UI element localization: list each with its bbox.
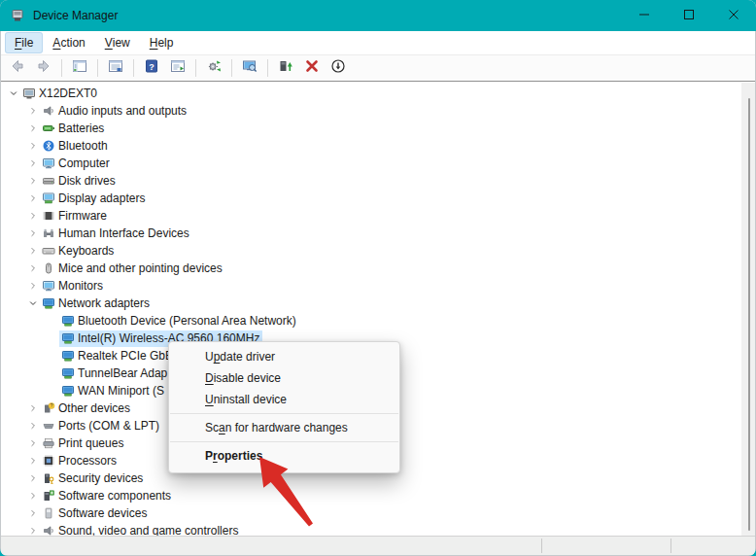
security-device-icon <box>41 471 55 486</box>
tree-item-label: X12DEXT0 <box>39 87 97 100</box>
tree-item-sound-video-and-game-controllers[interactable]: Sound, video and game controllers <box>1 522 741 537</box>
tree-item-label: Print queues <box>58 436 123 450</box>
tree-item-computer[interactable]: Computer <box>1 155 741 172</box>
disk-icon <box>41 174 55 189</box>
chevron-collapsed-icon[interactable] <box>26 122 40 135</box>
chevron-expanded-icon[interactable] <box>26 296 40 310</box>
menubar-item-file[interactable]: File <box>6 33 42 52</box>
chevron-collapsed-icon[interactable] <box>26 139 40 153</box>
tree-item-label: Software devices <box>58 506 147 520</box>
minimize-icon <box>638 7 650 24</box>
titlebar[interactable]: Device Manager <box>0 0 756 31</box>
uninstall-device-button[interactable] <box>299 56 325 80</box>
vertical-scrollbar[interactable] <box>741 83 755 537</box>
chevron-collapsed-icon[interactable] <box>26 471 40 485</box>
properties-icon <box>108 58 123 78</box>
update-driver-button[interactable] <box>273 56 298 80</box>
statusbar-divider <box>670 539 671 553</box>
svg-text:?: ? <box>149 62 155 72</box>
network-adapter-icon <box>60 349 75 364</box>
network-adapter-icon <box>60 366 75 381</box>
tree-item-label: WAN Miniport (S <box>78 384 164 398</box>
chevron-collapsed-icon[interactable] <box>26 436 40 450</box>
scrollbar-thumb[interactable] <box>748 98 750 531</box>
computer-search-icon <box>242 58 258 78</box>
close-icon <box>728 7 739 24</box>
unknown-device-icon: ? <box>41 401 55 416</box>
chevron-expanded-icon[interactable] <box>7 87 20 100</box>
tree-item-bluetooth[interactable]: Bluetooth <box>1 137 741 155</box>
chevron-collapsed-icon[interactable] <box>26 244 40 258</box>
chevron-collapsed-icon[interactable] <box>26 209 40 223</box>
back-button[interactable] <box>5 56 30 80</box>
tree-item-label: Other devices <box>58 401 130 415</box>
properties-button[interactable] <box>103 56 128 80</box>
context-menu-item-update-driver[interactable]: Update driver <box>169 346 399 367</box>
tree-item-network-adapters[interactable]: Network adapters <box>1 295 741 312</box>
monitor-icon <box>41 279 55 294</box>
chevron-collapsed-icon[interactable] <box>26 401 40 415</box>
tree-item-label: Audio inputs and outputs <box>58 104 187 118</box>
scan-for-hardware-changes-button[interactable] <box>201 56 226 80</box>
tree-item-monitors[interactable]: Monitors <box>1 277 741 295</box>
tree-item-x12dext0[interactable]: X12DEXT0 <box>1 85 741 102</box>
statusbar-divider <box>541 539 542 553</box>
close-button[interactable] <box>711 0 756 31</box>
device-manager-icon <box>10 8 25 23</box>
network-adapter-icon <box>60 331 75 346</box>
tree-item-firmware[interactable]: Firmware <box>1 207 741 225</box>
tree-item-batteries[interactable]: Batteries <box>1 120 741 137</box>
menubar-item-help[interactable]: Help <box>141 33 183 52</box>
context-menu-separator <box>170 413 398 414</box>
export-list-button[interactable] <box>165 56 190 80</box>
chevron-collapsed-icon[interactable] <box>26 174 40 188</box>
tree-item-display-adapters[interactable]: Display adapters <box>1 190 741 207</box>
menubar-item-view[interactable]: View <box>96 33 139 52</box>
tree-item-software-devices[interactable]: Software devices <box>1 504 741 522</box>
context-menu-item-disable-device[interactable]: Disable device <box>169 367 399 389</box>
chevron-collapsed-icon[interactable] <box>26 279 40 293</box>
tree-item-mice-and-other-pointing-devices[interactable]: Mice and other pointing devices <box>1 260 741 277</box>
remote-computer-button[interactable] <box>237 56 262 80</box>
forward-icon <box>36 58 52 78</box>
chevron-collapsed-icon[interactable] <box>26 454 40 468</box>
tree-item-human-interface-devices[interactable]: Human Interface Devices <box>1 225 741 242</box>
hid-icon <box>41 226 55 241</box>
help-icon: ? <box>144 58 159 78</box>
toolbar: ? <box>1 55 755 81</box>
chevron-collapsed-icon[interactable] <box>26 261 40 275</box>
context-menu-item-properties[interactable]: Properties <box>169 445 399 467</box>
tree-item-software-components[interactable]: Software components <box>1 487 741 504</box>
minimize-button[interactable] <box>622 0 667 31</box>
toolbar-separator <box>133 59 134 77</box>
maximize-button[interactable] <box>667 0 711 31</box>
chevron-collapsed-icon[interactable] <box>26 489 40 503</box>
tree-item-label: Keyboards <box>58 244 114 258</box>
menubar: FileActionViewHelp <box>1 31 755 55</box>
back-icon <box>10 58 25 78</box>
help-button[interactable]: ? <box>139 56 164 80</box>
tree-item-audio-inputs-and-outputs[interactable]: Audio inputs and outputs <box>1 102 741 120</box>
menubar-item-action[interactable]: Action <box>44 33 93 52</box>
tree-item-label: Processors <box>58 454 117 468</box>
chevron-collapsed-icon[interactable] <box>26 419 40 433</box>
audio-icon <box>41 524 55 538</box>
show-hide-console-tree-button[interactable] <box>67 56 92 80</box>
tree-item-keyboards[interactable]: Keyboards <box>1 242 741 260</box>
firmware-icon <box>41 209 55 224</box>
tree-item-bluetooth-device-personal-area-network[interactable]: Bluetooth Device (Personal Area Network) <box>1 312 741 330</box>
context-menu-item-uninstall-device[interactable]: Uninstall device <box>169 389 399 410</box>
export-list-icon <box>170 58 186 78</box>
chevron-collapsed-icon[interactable] <box>26 156 40 170</box>
chevron-collapsed-icon[interactable] <box>26 506 40 520</box>
disable-device-button[interactable] <box>326 56 351 80</box>
chevron-collapsed-icon[interactable] <box>26 226 40 240</box>
tree-item-label: Bluetooth <box>58 139 108 153</box>
tree-item-label: TunnelBear Adap <box>78 366 167 380</box>
context-menu-item-scan-for-hardware-changes[interactable]: Scan for hardware changes <box>169 417 399 438</box>
forward-button[interactable] <box>31 56 56 80</box>
network-adapter-icon <box>60 314 75 329</box>
chevron-collapsed-icon[interactable] <box>26 191 40 205</box>
tree-item-disk-drives[interactable]: Disk drives <box>1 172 741 190</box>
chevron-collapsed-icon[interactable] <box>26 104 40 118</box>
